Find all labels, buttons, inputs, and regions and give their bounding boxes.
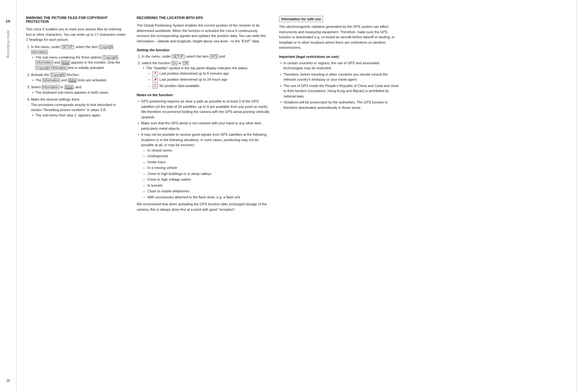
important-item-3: The use of GPS inside the People's Repub… [283,83,399,99]
step4-sub1: The sub-menu from step 2. appears again. [35,113,127,118]
copyright-highlight: Copyright [103,55,118,59]
location-1: In closed rooms [147,148,270,153]
location-4: In a moving vehicle [147,165,270,171]
language-label: EN [5,19,12,24]
satellite-icon-none: 🚫 [153,84,158,89]
step4-subitems: The sub-menu from step 2. appears again. [35,113,127,118]
setup-highlight-1: SETUP [61,45,73,49]
step3-text: Select Information or Artist, and [31,85,81,89]
important-item-1: In certain countries or regions, the use… [283,60,399,71]
step4-text: Make the desired settings there [31,97,79,101]
on-highlight: On [171,61,177,65]
gps-highlight: GPS [210,54,218,59]
satellite-icon-24hr: 📌 [153,78,158,83]
setup-highlight-gps: SETUP [172,54,184,59]
copyright-title: MARKING THE PICTURE FILES FOR COPYRIGHT … [26,16,127,23]
mode-label: Recording mode [6,30,10,58]
step2-subitems: The Information and Artist lines are act… [35,78,127,83]
location-8: Close to mobile telephones [147,189,270,194]
important-label: Important (legal restrictions on use): [279,55,399,59]
gps-note-1: GPS positioning requires as clear a path… [141,99,270,120]
copyright-steps: In the menu, under SETUP, select the ite… [31,44,127,118]
status-item-2: 📌 Last position determined up to 24 hour… [153,77,270,83]
location-6: Close to high voltage cables [147,177,270,182]
important-list: In certain countries or regions, the use… [283,60,399,110]
safe-use-text: The electromagnetic radiation generated … [279,24,399,50]
step1-text1: In the menu, under SETUP, select the ite… [31,45,114,54]
step-1: In the menu, under SETUP, select the ite… [31,44,127,71]
copyright-info-highlight-2: Copyright Information [35,66,68,70]
step-3: Select Information or Artist, and The ke… [31,84,127,95]
information-highlight-1: Information [35,60,53,65]
safe-use-label: Information for safe use [279,16,323,22]
notes-subtitle: Notes on the function: [137,93,270,97]
important-item-2: Therefore, before traveling in other cou… [283,72,399,82]
gps-title: RECORDING THE LOCATION WITH GPS [137,16,270,20]
step-4: Make the desired settings there The proc… [31,97,127,118]
artist-highlight-1: Artist [61,60,70,65]
status-item-3: 🚫 No position data available [153,83,270,89]
col-copyright: MARKING THE PICTURE FILES FOR COPYRIGHT … [26,16,127,379]
page-number: 38 [6,379,10,383]
right-border [576,0,579,392]
location-9: With accessories attached to the flash s… [147,195,270,200]
step1-subitems: The sub-menu containing the three option… [35,55,127,71]
step3-subitems: The keyboard sub-menu appears in both ca… [35,90,127,95]
important-item-4: Violations will be prosecuted by the aut… [283,100,399,110]
information-highlight-3: Information [42,85,59,89]
main-content: MARKING THE PICTURE FILES FOR COPYRIGHT … [16,0,576,392]
copyright-intro: The Leica S enables you to mark your pic… [26,27,127,42]
step2-sub1: The Information and Artist lines are act… [35,78,127,83]
copyright-highlight-2: Copyright [50,73,66,77]
gps-step2-subitems: The "Satellite" symbol in the top panel … [146,65,270,89]
artist-highlight-3: Artist [65,85,74,89]
status-item-1: 📍 Last position determined up to 6 minut… [153,71,270,77]
gps-note-2: Make sure that the GPS aerial is not cov… [141,121,270,131]
off-highlight: Off [183,61,189,65]
step1-sub1: The sub-menu containing the three option… [35,55,127,71]
col-gps: RECORDING THE LOCATION WITH GPS The Glob… [137,16,270,379]
gps-recommend: We recommend that when activating the GP… [137,202,270,212]
left-sidebar: EN Recording mode 38 [0,0,16,392]
step-2: Activate the Copyright function. The Inf… [31,72,127,83]
information-highlight-2: Information [42,78,60,82]
step4-subtext: The procedure corresponds exactly to tha… [31,103,116,112]
step2-text: Activate the Copyright function. [31,73,80,77]
location-7: In tunnels [147,183,270,188]
gps-notes-list: GPS positioning requires as clear a path… [141,99,270,200]
location-2: Underground [147,153,270,159]
gps-step2-sub1: The "Satellite" symbol in the top panel … [146,65,270,89]
satellite-status-list: 📍 Last position determined up to 6 minut… [153,71,270,89]
location-3: Under trees [147,159,270,165]
satellite-icon-6min: 📍 [153,72,158,77]
step3-sub1: The keyboard sub-menu appears in both ca… [35,90,127,95]
location-5: Close to high buildings or in steep vall… [147,171,270,177]
gps-intro: The Global Positioning System enables th… [137,23,270,44]
setting-function-subtitle: Setting the function [137,48,270,52]
gps-step-1: In the menu, under SETUP, select the ite… [142,54,270,59]
gps-steps: In the menu, under SETUP, select the ite… [142,54,270,89]
gps-locations-list: In closed rooms Underground Under trees … [147,148,270,200]
gps-step-2: switch the function On or Off The "Satel… [142,60,270,89]
gps-note-3: It may not be possible to receive good s… [141,132,270,200]
artist-highlight-2: Artist [68,78,77,82]
col-safeuse: Information for safe use The electromagn… [279,16,399,379]
